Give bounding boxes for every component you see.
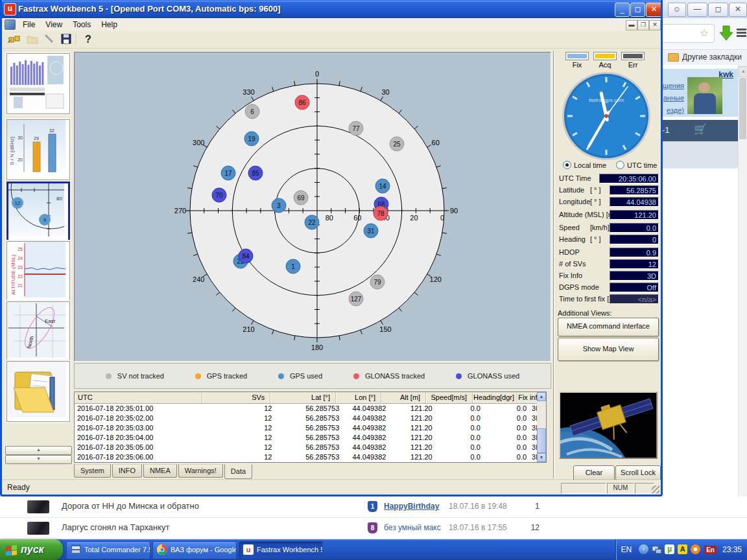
table-cell: 121.20 — [391, 452, 437, 462]
menu-view[interactable]: View — [40, 19, 67, 30]
menu-file[interactable]: File — [18, 19, 40, 30]
topic-title[interactable]: Ларгус сгонял на Тарханкут — [62, 522, 170, 532]
link-text[interactable]: щения — [663, 82, 684, 89]
network-icon[interactable] — [652, 544, 662, 555]
minimize-button[interactable]: _ — [615, 3, 630, 17]
cart-icon[interactable]: 🛒 — [694, 123, 707, 135]
hide-icons-chevron[interactable]: ‹ — [639, 544, 649, 555]
table-row: 2016-07-18 20:35:01.001256.28575344.0493… — [75, 404, 546, 414]
skyplot-legend: SV not trackedGPS trackedGPS usedGLONASS… — [74, 363, 551, 389]
browser-menu-icon[interactable] — [737, 27, 746, 38]
thumbnail-snr-view[interactable]: S / N [dBHz]30202932 — [6, 119, 70, 180]
window-titlebar[interactable]: u Fastrax Workbench 5 - [Opened Port COM… — [0, 0, 663, 18]
save-icon[interactable] — [59, 32, 73, 47]
pen-icon[interactable] — [42, 32, 56, 47]
tab-data[interactable]: Data — [224, 464, 252, 479]
open-file-icon[interactable] — [25, 32, 40, 47]
task-button-chrome[interactable]: ВАЗ форум - Google ... — [152, 541, 237, 559]
browser-minimize-button[interactable]: — — [687, 3, 707, 17]
bookmarks-folder-label[interactable]: Другие закладки — [682, 52, 742, 62]
column-header[interactable]: Alt [m] — [381, 392, 426, 403]
topic-author-link[interactable]: HappyBirthday — [384, 502, 439, 511]
field-unit: [km/h] — [590, 224, 610, 231]
bookmark-star-icon[interactable]: ☆ — [700, 27, 709, 39]
column-header[interactable]: Speed[m/s] — [426, 392, 473, 403]
column-header[interactable]: Heading[dgr] — [473, 392, 517, 403]
table-scroll-up-arrow[interactable]: ▲ — [537, 392, 546, 401]
tab-warnings[interactable]: Warnings! — [178, 464, 223, 478]
language-indicator[interactable]: EN — [621, 545, 632, 554]
task-button-fastrax[interactable]: uFastrax Workbench 5... — [239, 541, 323, 559]
tab-info[interactable]: INFO — [112, 464, 142, 478]
link-text[interactable]: анные — [663, 94, 684, 102]
scroll-lock-button[interactable]: Scroll Lock — [615, 465, 661, 481]
analog-clock: fastraxgps.com — [560, 71, 654, 162]
child-restore-button[interactable]: ❐ — [637, 20, 649, 30]
download-icon[interactable] — [718, 25, 735, 41]
forum-topic-row[interactable]: Дорога от НН до Минска и обратно1HappyBi… — [0, 496, 747, 518]
scroll-thumb[interactable] — [739, 78, 746, 139]
tab-system[interactable]: System — [74, 464, 111, 478]
thumbnail-altitude-view[interactable]: ALTITUDE (MSL)2524232221 — [6, 241, 70, 302]
tab-nmea[interactable]: NMEA — [143, 464, 177, 478]
maximize-button[interactable]: ◻ — [630, 3, 645, 17]
close-button[interactable]: ✕ — [646, 3, 662, 17]
thumbnail-skyplot-view[interactable]: 80129 — [6, 181, 70, 242]
radio-utc-time[interactable]: UTC time — [616, 161, 657, 169]
table-scrollbar[interactable]: ▲ ▼ — [537, 392, 546, 462]
column-header[interactable]: UTC — [75, 392, 202, 403]
field-value: 12 — [610, 259, 659, 269]
radio-local-time[interactable]: Local time — [563, 161, 606, 169]
svg-text:30: 30 — [18, 135, 23, 140]
svg-text:84: 84 — [242, 253, 250, 260]
table-cell: 0.0 — [438, 423, 486, 433]
punto-switcher-icon[interactable]: A — [678, 544, 688, 555]
task-button-totalcmd[interactable]: Total Commander 7.5... — [66, 541, 150, 559]
utorrent-icon[interactable]: µ — [665, 544, 675, 555]
link-text[interactable]: езде) — [667, 106, 684, 114]
topic-title[interactable]: Дорога от НН до Минска и обратно — [62, 501, 199, 511]
browser-maximize-button[interactable]: ◻ — [708, 3, 728, 17]
menu-tools[interactable]: Tools — [67, 19, 96, 30]
menu-help[interactable]: Help — [96, 19, 123, 30]
sidebar-scroll-down-button[interactable]: ▼ — [5, 455, 72, 464]
thumbnail-position-view[interactable]: EastNorth — [6, 301, 70, 362]
table-cell: 0.0 — [438, 452, 486, 462]
child-minimize-button[interactable]: ▬ — [626, 20, 637, 30]
help-icon[interactable]: ? — [81, 32, 95, 47]
thumbnail-overview-view[interactable] — [6, 53, 70, 114]
thumbnail-log-view[interactable] — [6, 361, 70, 422]
browser-scrollbar[interactable]: ▲ — [738, 65, 747, 539]
elevation-label-0: 0 — [440, 214, 444, 222]
table-cell: 0.0 — [486, 423, 532, 433]
svg-text:23: 23 — [18, 265, 23, 270]
table-scroll-thumb[interactable] — [537, 428, 546, 453]
resize-grip[interactable] — [652, 485, 659, 493]
topic-author-link[interactable]: без умный макс — [384, 523, 441, 532]
nmea-command-button[interactable]: NMEA command interface — [558, 318, 659, 336]
sidebar-scroll-up-button[interactable]: ▲ — [5, 446, 72, 455]
agent-icon[interactable] — [691, 544, 701, 555]
clear-button[interactable]: Clear — [573, 465, 615, 481]
open-port-icon[interactable] — [7, 32, 21, 47]
show-map-button[interactable]: Show Map View — [558, 338, 659, 361]
forum-topic-row[interactable]: Ларгус сгонял на Тарханкут8без умный мак… — [0, 518, 747, 539]
topic-date: 18.07.16 в 17:55 — [449, 523, 507, 532]
browser-close-button[interactable]: ✕ — [729, 3, 747, 17]
task-label: ВАЗ форум - Google ... — [171, 546, 237, 554]
topic-date: 18.07.16 в 19:48 — [449, 502, 507, 511]
lang-badge[interactable]: En — [704, 546, 717, 554]
azimuth-label-150: 150 — [379, 325, 391, 333]
table-cell: 56.285753 — [277, 443, 344, 452]
table-scroll-down-arrow[interactable]: ▼ — [537, 453, 546, 462]
column-header[interactable]: Lat [°] — [270, 392, 336, 403]
satellite-3: 3 — [272, 198, 286, 213]
child-close-button[interactable]: ✕ — [649, 20, 661, 30]
browser-profile-icon[interactable]: ☺ — [668, 3, 686, 17]
start-button[interactable]: пуск — [0, 539, 63, 560]
field-label: Heading — [559, 235, 586, 243]
column-header[interactable]: SVs — [202, 392, 270, 403]
column-header[interactable]: Lon [°] — [336, 392, 381, 403]
azimuth-label-0: 0 — [315, 70, 319, 78]
scroll-up-arrow[interactable]: ▲ — [739, 66, 747, 77]
